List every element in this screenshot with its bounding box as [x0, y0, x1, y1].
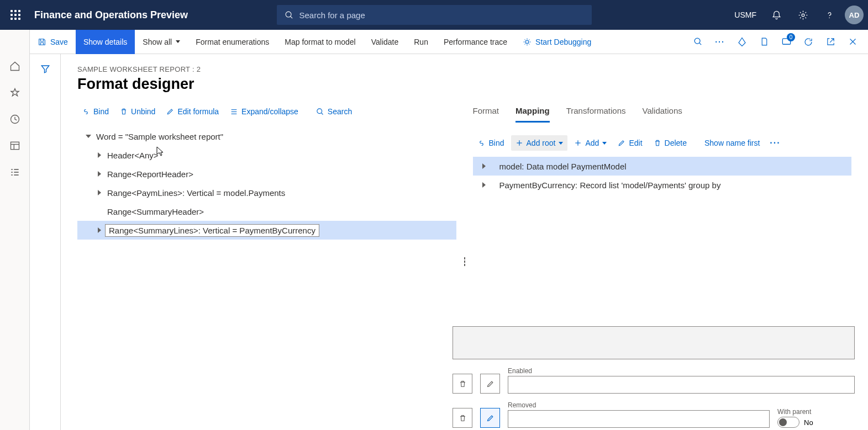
- trash-icon: [459, 413, 467, 423]
- edit-enabled-button[interactable]: [480, 374, 500, 394]
- tab-mapping[interactable]: Mapping: [515, 104, 550, 123]
- tab-format[interactable]: Format: [473, 104, 499, 123]
- pencil-icon: [166, 108, 174, 115]
- format-enumerations-button[interactable]: Format enumerations: [188, 30, 277, 54]
- format-panel: Bind Unbind Edit formula Expand/collapse…: [77, 104, 456, 419]
- workspaces-icon[interactable]: [9, 140, 20, 153]
- edit-formula-button[interactable]: Edit formula: [162, 104, 223, 119]
- top-navbar: Finance and Operations Preview Search fo…: [0, 0, 868, 30]
- validate-button[interactable]: Validate: [364, 30, 407, 54]
- caret-icon[interactable]: [94, 190, 105, 195]
- tree-node-word[interactable]: Word = "Sample worksheet report": [77, 127, 456, 146]
- search-placeholder: Search for a page: [299, 10, 365, 20]
- settings-icon[interactable]: [792, 4, 814, 26]
- add-root-button[interactable]: Add root: [511, 135, 568, 151]
- show-all-button[interactable]: Show all: [135, 30, 188, 54]
- run-button[interactable]: Run: [406, 30, 436, 54]
- performance-trace-button[interactable]: Performance trace: [436, 30, 515, 54]
- enabled-input[interactable]: [508, 376, 855, 394]
- save-button[interactable]: Save: [30, 30, 76, 54]
- mapping-overflow-icon[interactable]: ···: [766, 135, 783, 151]
- caret-icon[interactable]: [478, 182, 490, 188]
- pencil-icon: [618, 139, 625, 147]
- caret-icon[interactable]: [83, 135, 94, 138]
- app-title: Finance and Operations Preview: [34, 9, 188, 21]
- tree-node-model[interactable]: model: Data model PaymentModel: [473, 157, 852, 176]
- removed-input[interactable]: [508, 410, 770, 428]
- modules-icon[interactable]: [9, 167, 20, 180]
- format-tree: Word = "Sample worksheet report" Header<…: [77, 127, 456, 240]
- recent-icon[interactable]: [9, 114, 20, 127]
- map-format-button[interactable]: Map format to model: [277, 30, 363, 54]
- tree-node-paymlines[interactable]: Range<PaymLines>: Vertical = model.Payme…: [77, 183, 456, 202]
- pencil-icon: [486, 414, 495, 422]
- action-bar: Save Show details Show all Format enumer…: [0, 30, 868, 54]
- user-avatar[interactable]: AD: [845, 6, 864, 24]
- close-icon[interactable]: [843, 32, 862, 52]
- caret-icon[interactable]: [94, 171, 105, 177]
- edit-button[interactable]: Edit: [613, 135, 646, 151]
- svg-point-8: [695, 38, 700, 44]
- search-action-icon[interactable]: [688, 32, 708, 52]
- show-details-button[interactable]: Show details: [76, 30, 135, 54]
- svg-line-1: [290, 16, 292, 18]
- save-icon: [38, 38, 46, 46]
- caret-icon[interactable]: [94, 152, 105, 158]
- breadcrumb: SAMPLE WORKSHEET REPORT : 2: [77, 65, 851, 73]
- tree-node-reportheader[interactable]: Range<ReportHeader>: [77, 164, 456, 183]
- link-icon: [477, 139, 486, 147]
- caret-icon[interactable]: [478, 163, 490, 169]
- filter-icon[interactable]: [40, 64, 50, 430]
- plus-icon: [515, 139, 523, 147]
- office-icon[interactable]: [754, 32, 774, 52]
- splitter-handle[interactable]: [464, 256, 465, 267]
- debug-icon: [523, 38, 532, 46]
- caret-icon[interactable]: [94, 227, 105, 233]
- delete-button[interactable]: Delete: [649, 135, 691, 151]
- with-parent-value: No: [804, 418, 813, 427]
- edit-removed-button[interactable]: [480, 408, 500, 428]
- start-debugging-button[interactable]: Start Debugging: [515, 30, 599, 54]
- tree-node-paymentbycurrency[interactable]: PaymentByCurrency: Record list 'model/Pa…: [473, 176, 852, 194]
- tree-node-summarylines[interactable]: Range<SummaryLines>: Vertical = PaymentB…: [77, 221, 456, 240]
- trash-icon: [654, 139, 661, 147]
- svg-rect-14: [10, 142, 19, 149]
- messages-icon[interactable]: 0: [776, 32, 796, 52]
- format-toolbar: Bind Unbind Edit formula Expand/collapse…: [77, 104, 456, 119]
- with-parent-label: With parent: [777, 408, 855, 416]
- tree-node-header[interactable]: Header<Any>: [77, 146, 456, 164]
- formula-box[interactable]: [453, 326, 855, 359]
- expand-collapse-button[interactable]: Expand/collapse: [225, 104, 303, 119]
- svg-line-27: [321, 113, 323, 114]
- tree-node-summaryheader[interactable]: Range<SummaryHeader>: [77, 202, 456, 221]
- show-name-first-button[interactable]: Show name first: [700, 135, 764, 151]
- svg-point-3: [829, 17, 830, 18]
- unbind-button[interactable]: Unbind: [115, 104, 160, 119]
- company-code[interactable]: USMF: [730, 10, 761, 19]
- enabled-label: Enabled: [508, 367, 855, 375]
- global-search[interactable]: Search for a page: [277, 5, 592, 25]
- mapping-toolbar: Bind Add root Add Edit Delete Show name …: [473, 135, 852, 151]
- clear-removed-button[interactable]: [453, 408, 472, 428]
- tab-validations[interactable]: Validations: [642, 104, 682, 123]
- search-icon: [285, 10, 294, 20]
- mapping-bind-button[interactable]: Bind: [473, 135, 509, 151]
- refresh-icon[interactable]: [798, 32, 818, 52]
- bind-button[interactable]: Bind: [77, 104, 113, 119]
- svg-line-9: [699, 43, 701, 45]
- popout-icon[interactable]: [820, 32, 840, 52]
- favorites-icon[interactable]: [9, 87, 20, 100]
- help-icon[interactable]: [818, 4, 840, 26]
- tab-transformations[interactable]: Transformations: [566, 104, 626, 123]
- tree-search-button[interactable]: Search: [312, 104, 356, 119]
- clear-enabled-button[interactable]: [453, 374, 472, 394]
- notifications-icon[interactable]: [765, 4, 787, 26]
- add-button[interactable]: Add: [570, 135, 611, 151]
- with-parent-toggle[interactable]: [777, 417, 799, 428]
- more-actions-icon[interactable]: ···: [710, 32, 730, 52]
- attachments-icon[interactable]: [732, 32, 752, 52]
- search-icon: [316, 108, 324, 116]
- svg-point-26: [317, 108, 322, 113]
- home-icon[interactable]: [9, 61, 20, 74]
- app-launcher-icon[interactable]: [4, 4, 27, 26]
